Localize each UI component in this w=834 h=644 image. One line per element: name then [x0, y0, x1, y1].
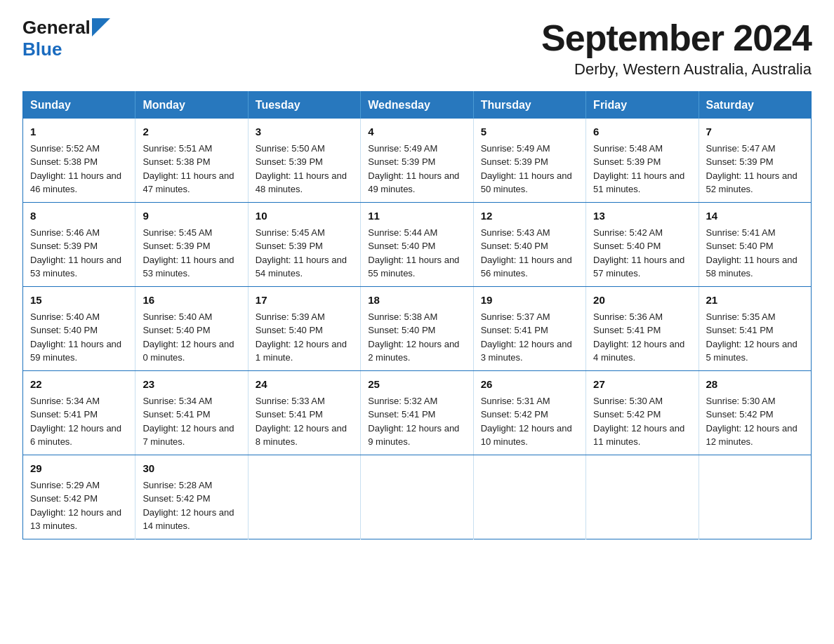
- day-number: 13: [593, 208, 691, 224]
- calendar-week-row: 8 Sunrise: 5:46 AMSunset: 5:39 PMDayligh…: [23, 203, 812, 287]
- table-row: [473, 455, 585, 539]
- day-number: 26: [481, 377, 578, 392]
- day-info: Sunrise: 5:47 AMSunset: 5:39 PMDaylight:…: [706, 143, 797, 195]
- table-row: [699, 455, 811, 539]
- table-row: 6 Sunrise: 5:48 AMSunset: 5:39 PMDayligh…: [586, 119, 699, 203]
- col-saturday: Saturday: [699, 92, 811, 119]
- table-row: 15 Sunrise: 5:40 AMSunset: 5:40 PMDaylig…: [23, 287, 135, 371]
- day-number: 30: [143, 461, 240, 476]
- table-row: 28 Sunrise: 5:30 AMSunset: 5:42 PMDaylig…: [699, 371, 811, 455]
- day-number: 3: [256, 124, 353, 140]
- table-row: 7 Sunrise: 5:47 AMSunset: 5:39 PMDayligh…: [699, 119, 811, 203]
- day-number: 24: [256, 377, 353, 392]
- day-info: Sunrise: 5:43 AMSunset: 5:40 PMDaylight:…: [481, 227, 572, 279]
- day-number: 23: [143, 377, 240, 392]
- day-number: 15: [30, 293, 128, 308]
- logo-general: General: [22, 17, 91, 39]
- table-row: [248, 455, 360, 539]
- day-number: 17: [256, 293, 353, 308]
- table-row: 8 Sunrise: 5:46 AMSunset: 5:39 PMDayligh…: [23, 203, 135, 287]
- col-sunday: Sunday: [23, 92, 135, 119]
- day-info: Sunrise: 5:45 AMSunset: 5:39 PMDaylight:…: [256, 227, 347, 279]
- day-number: 14: [706, 208, 804, 224]
- day-info: Sunrise: 5:34 AMSunset: 5:41 PMDaylight:…: [143, 396, 234, 448]
- day-info: Sunrise: 5:30 AMSunset: 5:42 PMDaylight:…: [706, 396, 797, 448]
- table-row: 17 Sunrise: 5:39 AMSunset: 5:40 PMDaylig…: [248, 287, 360, 371]
- logo: General Blue: [22, 17, 110, 60]
- table-row: 12 Sunrise: 5:43 AMSunset: 5:40 PMDaylig…: [473, 203, 585, 287]
- day-number: 18: [368, 293, 465, 308]
- title-area: September 2024 Derby, Western Australia,…: [541, 17, 812, 79]
- day-info: Sunrise: 5:33 AMSunset: 5:41 PMDaylight:…: [256, 396, 347, 448]
- day-number: 27: [593, 377, 691, 392]
- table-row: 16 Sunrise: 5:40 AMSunset: 5:40 PMDaylig…: [135, 287, 248, 371]
- calendar-week-row: 22 Sunrise: 5:34 AMSunset: 5:41 PMDaylig…: [23, 371, 812, 455]
- logo-blue: Blue: [22, 39, 62, 60]
- day-number: 4: [368, 124, 465, 140]
- day-number: 10: [256, 208, 353, 224]
- day-number: 16: [143, 293, 240, 308]
- day-info: Sunrise: 5:52 AMSunset: 5:38 PMDaylight:…: [30, 143, 121, 195]
- table-row: 30 Sunrise: 5:28 AMSunset: 5:42 PMDaylig…: [135, 455, 248, 539]
- table-row: 22 Sunrise: 5:34 AMSunset: 5:41 PMDaylig…: [23, 371, 135, 455]
- day-info: Sunrise: 5:40 AMSunset: 5:40 PMDaylight:…: [30, 311, 121, 363]
- table-row: 13 Sunrise: 5:42 AMSunset: 5:40 PMDaylig…: [586, 203, 699, 287]
- day-info: Sunrise: 5:39 AMSunset: 5:40 PMDaylight:…: [256, 311, 347, 363]
- day-info: Sunrise: 5:44 AMSunset: 5:40 PMDaylight:…: [368, 227, 459, 279]
- table-row: 2 Sunrise: 5:51 AMSunset: 5:38 PMDayligh…: [135, 119, 248, 203]
- table-row: 20 Sunrise: 5:36 AMSunset: 5:41 PMDaylig…: [586, 287, 699, 371]
- calendar-week-row: 1 Sunrise: 5:52 AMSunset: 5:38 PMDayligh…: [23, 119, 812, 203]
- table-row: 27 Sunrise: 5:30 AMSunset: 5:42 PMDaylig…: [586, 371, 699, 455]
- day-number: 19: [481, 293, 578, 308]
- day-number: 6: [593, 124, 691, 140]
- day-number: 21: [706, 293, 804, 308]
- calendar-week-row: 15 Sunrise: 5:40 AMSunset: 5:40 PMDaylig…: [23, 287, 812, 371]
- calendar-header-row: Sunday Monday Tuesday Wednesday Thursday…: [23, 92, 812, 119]
- table-row: 1 Sunrise: 5:52 AMSunset: 5:38 PMDayligh…: [23, 119, 135, 203]
- day-info: Sunrise: 5:32 AMSunset: 5:41 PMDaylight:…: [368, 396, 459, 448]
- col-tuesday: Tuesday: [248, 92, 360, 119]
- col-monday: Monday: [135, 92, 248, 119]
- table-row: 29 Sunrise: 5:29 AMSunset: 5:42 PMDaylig…: [23, 455, 135, 539]
- day-info: Sunrise: 5:51 AMSunset: 5:38 PMDaylight:…: [143, 143, 234, 195]
- table-row: 18 Sunrise: 5:38 AMSunset: 5:40 PMDaylig…: [361, 287, 473, 371]
- table-row: 25 Sunrise: 5:32 AMSunset: 5:41 PMDaylig…: [361, 371, 473, 455]
- table-row: 24 Sunrise: 5:33 AMSunset: 5:41 PMDaylig…: [248, 371, 360, 455]
- day-number: 12: [481, 208, 578, 224]
- calendar-table: Sunday Monday Tuesday Wednesday Thursday…: [22, 91, 812, 539]
- day-info: Sunrise: 5:34 AMSunset: 5:41 PMDaylight:…: [30, 396, 121, 448]
- day-info: Sunrise: 5:49 AMSunset: 5:39 PMDaylight:…: [368, 143, 459, 195]
- day-number: 9: [143, 208, 240, 224]
- page-header: General Blue September 2024 Derby, Weste…: [22, 17, 812, 79]
- day-info: Sunrise: 5:31 AMSunset: 5:42 PMDaylight:…: [481, 396, 572, 448]
- table-row: 5 Sunrise: 5:49 AMSunset: 5:39 PMDayligh…: [473, 119, 585, 203]
- table-row: [361, 455, 473, 539]
- logo-triangle-icon: [92, 18, 110, 36]
- day-number: 1: [30, 124, 128, 140]
- day-info: Sunrise: 5:50 AMSunset: 5:39 PMDaylight:…: [256, 143, 347, 195]
- table-row: 3 Sunrise: 5:50 AMSunset: 5:39 PMDayligh…: [248, 119, 360, 203]
- table-row: 14 Sunrise: 5:41 AMSunset: 5:40 PMDaylig…: [699, 203, 811, 287]
- col-friday: Friday: [586, 92, 699, 119]
- day-info: Sunrise: 5:35 AMSunset: 5:41 PMDaylight:…: [706, 311, 797, 363]
- day-info: Sunrise: 5:28 AMSunset: 5:42 PMDaylight:…: [143, 480, 234, 532]
- day-info: Sunrise: 5:38 AMSunset: 5:40 PMDaylight:…: [368, 311, 459, 363]
- day-number: 7: [706, 124, 804, 140]
- day-number: 29: [30, 461, 128, 476]
- calendar-week-row: 29 Sunrise: 5:29 AMSunset: 5:42 PMDaylig…: [23, 455, 812, 539]
- day-info: Sunrise: 5:37 AMSunset: 5:41 PMDaylight:…: [481, 311, 572, 363]
- day-info: Sunrise: 5:46 AMSunset: 5:39 PMDaylight:…: [30, 227, 121, 279]
- day-number: 11: [368, 208, 465, 224]
- day-number: 25: [368, 377, 465, 392]
- day-info: Sunrise: 5:41 AMSunset: 5:40 PMDaylight:…: [706, 227, 797, 279]
- day-info: Sunrise: 5:40 AMSunset: 5:40 PMDaylight:…: [143, 311, 234, 363]
- table-row: 23 Sunrise: 5:34 AMSunset: 5:41 PMDaylig…: [135, 371, 248, 455]
- day-info: Sunrise: 5:45 AMSunset: 5:39 PMDaylight:…: [143, 227, 234, 279]
- day-info: Sunrise: 5:30 AMSunset: 5:42 PMDaylight:…: [593, 396, 684, 448]
- table-row: [586, 455, 699, 539]
- col-thursday: Thursday: [473, 92, 585, 119]
- day-number: 22: [30, 377, 128, 392]
- table-row: 4 Sunrise: 5:49 AMSunset: 5:39 PMDayligh…: [361, 119, 473, 203]
- table-row: 9 Sunrise: 5:45 AMSunset: 5:39 PMDayligh…: [135, 203, 248, 287]
- table-row: 10 Sunrise: 5:45 AMSunset: 5:39 PMDaylig…: [248, 203, 360, 287]
